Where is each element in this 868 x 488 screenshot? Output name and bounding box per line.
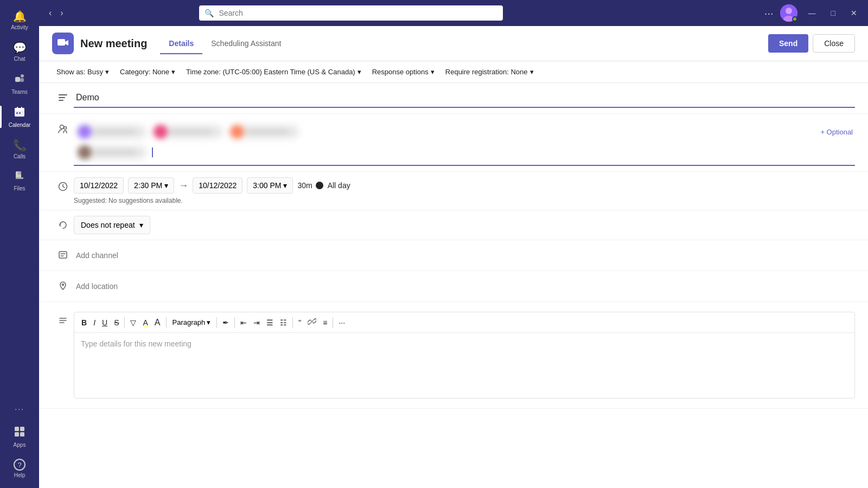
quote-button[interactable]: " <box>296 317 304 329</box>
show-as-dropdown[interactable]: Show as: Busy ▾ <box>52 66 113 78</box>
indent-less-button[interactable]: ⇤ <box>238 317 250 329</box>
attendees-container[interactable]: A × B × C <box>74 119 855 166</box>
start-date-field[interactable]: 10/12/2022 <box>74 177 124 194</box>
start-time-field[interactable]: 2:30 PM ▾ <box>128 177 174 194</box>
close-button[interactable]: Close <box>813 34 855 53</box>
registration-dropdown[interactable]: Require registration: None ▾ <box>441 66 538 78</box>
minimize-button[interactable]: — <box>804 7 820 20</box>
svg-point-1 <box>21 74 24 78</box>
title-icon <box>52 88 74 102</box>
sidebar-item-help[interactable]: ? Help <box>0 454 39 483</box>
sidebar-item-activity[interactable]: 🔔 Activity <box>0 5 39 35</box>
sidebar-item-apps[interactable]: Apps <box>0 421 39 452</box>
underline-button[interactable]: U <box>99 317 110 329</box>
end-date-value: 10/12/2022 <box>199 181 237 190</box>
sidebar-item-label: Apps <box>14 442 26 448</box>
optional-link[interactable]: + Optional <box>820 128 853 136</box>
sidebar-item-teams[interactable]: Teams <box>0 68 39 99</box>
svg-rect-15 <box>20 432 24 436</box>
attendee-name <box>93 150 137 155</box>
editor-placeholder: Type details for this new meeting <box>81 339 192 348</box>
attendee-chip[interactable]: B × <box>152 124 224 140</box>
repeat-dropdown[interactable]: Does not repeat ▾ <box>74 216 150 234</box>
end-time-value: 3:00 PM <box>253 181 281 190</box>
tab-details[interactable]: Details <box>160 34 202 54</box>
sidebar-item-label: Files <box>14 185 25 191</box>
attendee-avatar: C <box>231 125 244 138</box>
timezone-dropdown[interactable]: Time zone: (UTC-05:00) Eastern Time (US … <box>182 66 366 78</box>
sidebar-item-more[interactable]: ··· <box>0 400 39 419</box>
sidebar-item-calendar[interactable]: Calendar <box>0 101 39 132</box>
topbar-right: ··· — □ ✕ <box>764 4 861 22</box>
indent-more-button[interactable]: ⇥ <box>251 317 263 329</box>
response-dropdown[interactable]: Response options ▾ <box>368 66 439 78</box>
end-time-field[interactable]: 3:00 PM ▾ <box>247 177 293 194</box>
apps-icon <box>14 426 25 440</box>
duration-badge: 30m <box>297 181 323 190</box>
attendee-remove[interactable]: × <box>139 149 142 156</box>
attendee-name <box>169 129 213 134</box>
end-date-field[interactable]: 10/12/2022 <box>193 177 242 194</box>
editor-body[interactable]: Type details for this new meeting <box>74 333 854 398</box>
attendee-remove[interactable]: × <box>291 129 295 135</box>
toolbar-sep-2 <box>166 317 167 328</box>
title-input[interactable] <box>74 88 855 108</box>
send-button[interactable]: Send <box>768 34 808 53</box>
svg-rect-7 <box>16 112 18 114</box>
numbered-list-button[interactable]: ☷ <box>277 317 290 329</box>
maximize-button[interactable]: □ <box>827 7 840 20</box>
attendee-avatar: D <box>78 146 91 159</box>
duration-dot <box>316 182 323 189</box>
attendees-icon <box>52 119 74 134</box>
topbar-nav: ‹ › <box>46 6 67 20</box>
svg-rect-12 <box>15 427 19 431</box>
bullet-list-button[interactable]: ☰ <box>264 317 276 329</box>
bold-button[interactable]: B <box>79 317 90 329</box>
show-as-chevron: ▾ <box>105 68 109 76</box>
attendee-chip[interactable]: A × <box>76 124 148 140</box>
more-toolbar-button[interactable]: ··· <box>336 317 348 329</box>
svg-point-22 <box>64 127 67 130</box>
back-button[interactable]: ‹ <box>46 6 55 20</box>
search-input[interactable] <box>199 5 503 21</box>
window-close-button[interactable]: ✕ <box>846 7 861 20</box>
attendee-remove[interactable]: × <box>139 129 142 135</box>
registration-chevron: ▾ <box>530 68 534 76</box>
response-label: Response options <box>372 68 429 76</box>
sidebar-item-calls[interactable]: 📞 Calls <box>0 134 39 164</box>
more-icon: ··· <box>15 404 24 413</box>
location-input[interactable] <box>74 277 855 296</box>
channel-input[interactable] <box>74 246 855 265</box>
font-down-button[interactable]: ▽ <box>127 317 139 329</box>
attendee-chip[interactable]: D × <box>76 144 148 160</box>
editor-row: B I U S ▽ A A Paragraph ▾ <box>39 302 868 409</box>
title-content <box>74 88 855 108</box>
align-button[interactable]: ≡ <box>320 317 330 329</box>
svg-rect-13 <box>20 427 24 431</box>
sidebar-item-chat[interactable]: 💬 Chat <box>0 37 39 66</box>
attendee-remove[interactable]: × <box>215 129 218 135</box>
strikethrough-button[interactable]: S <box>111 317 122 329</box>
forward-button[interactable]: › <box>57 6 66 20</box>
link-button[interactable] <box>305 316 319 329</box>
paragraph-button[interactable]: Paragraph ▾ <box>169 317 214 328</box>
italic-button[interactable]: I <box>91 317 98 329</box>
datetime-icon <box>52 177 74 191</box>
end-time-chevron: ▾ <box>283 181 287 190</box>
start-time-chevron: ▾ <box>164 181 168 190</box>
highlight-button[interactable]: A <box>140 317 150 329</box>
font-size-button[interactable]: A <box>152 316 163 329</box>
editor-toolbar: B I U S ▽ A A Paragraph ▾ <box>74 312 854 333</box>
format-painter-button[interactable]: ✒ <box>220 317 232 329</box>
attendee-chip[interactable]: C × <box>228 124 300 140</box>
main-content: New meeting Details Scheduling Assistant… <box>39 26 868 488</box>
svg-point-21 <box>60 125 64 129</box>
category-dropdown[interactable]: Category: None ▾ <box>116 66 180 78</box>
editor-content: B I U S ▽ A A Paragraph ▾ <box>74 307 855 403</box>
location-content <box>74 277 855 296</box>
svg-marker-20 <box>65 40 68 46</box>
tab-scheduling[interactable]: Scheduling Assistant <box>202 34 290 54</box>
sidebar-item-files[interactable]: Files <box>0 166 39 196</box>
more-options-button[interactable]: ··· <box>764 7 774 20</box>
user-avatar[interactable] <box>780 4 797 22</box>
